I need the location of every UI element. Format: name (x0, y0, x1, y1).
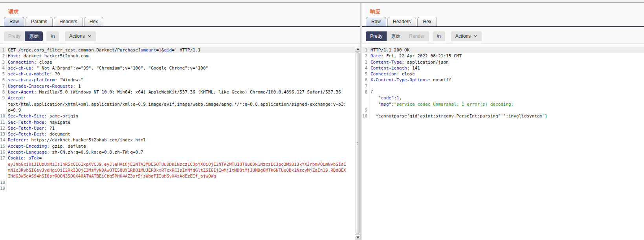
code-text: "code":1, (369, 95, 402, 101)
response-tab-raw[interactable]: Raw (366, 17, 386, 26)
line-number: 11 (0, 119, 7, 125)
line-number: 2 (0, 53, 7, 59)
code-text (7, 180, 8, 185)
code-text: Cookie: sTok= (7, 155, 42, 161)
response-tab-headers[interactable]: Headers (387, 17, 416, 26)
arrow-up-icon (356, 48, 360, 50)
request-tab-params[interactable]: Params (26, 17, 53, 26)
scrollbar-thumb[interactable] (356, 52, 360, 234)
response-原始-button[interactable]: 原始 (387, 31, 405, 41)
code-row: 8{ (362, 89, 644, 95)
code-text: IHdG3W5oAS94hSI8srROON35DGX40ATWATBEiCbq… (7, 173, 216, 179)
request-tabbar: RawParamsHeadersHex (0, 17, 360, 27)
code-text: { (369, 89, 373, 95)
line-number: 15 (0, 143, 7, 149)
line-number: 6 (362, 77, 369, 83)
request-原始-button[interactable]: 原始 (25, 31, 43, 41)
code-text: Sec-Fetch-Site: same-origin (7, 113, 78, 119)
request-panel-title: 请求 (8, 8, 360, 14)
code-row: 10Sec-Fetch-Site: same-origin (0, 113, 360, 119)
line-number: 7 (362, 83, 369, 89)
line-number: 6 (0, 77, 7, 83)
code-text: Accept-Encoding: gzip, deflate (7, 143, 86, 149)
code-row: 13Sec-Fetch-Dest: document (0, 131, 360, 137)
response-editor[interactable]: 1HTTP/1.1 200 OK2Date: Fri, 22 Apr 2022 … (362, 46, 644, 240)
code-row: 4sec-ch-ua: " Not A;Brand";v="99", "Chro… (0, 65, 360, 71)
line-number: 8 (362, 89, 369, 95)
line-number: 2 (362, 53, 369, 59)
line-number (0, 167, 7, 173)
code-row: 6sec-ch-ua-platform: "Windows" (0, 77, 360, 83)
code-text: Accept-Language: zh-CN,zh;q=0.9,ko;q=0.8… (7, 149, 143, 155)
line-number (0, 101, 7, 107)
code-row: 4Content-Length: 141 (362, 65, 644, 71)
request-actions-button[interactable]: Actions (65, 31, 95, 41)
request-view-mode-group: Pretty原始 (4, 31, 43, 41)
chevron-down-icon (474, 34, 477, 37)
code-text: Referer: https://darknet.hacker5t2ohub.c… (7, 137, 146, 143)
code-text: sec-ch-ua: " Not A;Brand";v="99", "Chrom… (7, 65, 208, 71)
code-row: 5sec-ch-ua-mobile: ?0 (0, 71, 360, 77)
line-number: 14 (0, 137, 7, 143)
response-tab-hex[interactable]: Hex (417, 17, 437, 26)
code-row: 11Sec-Fetch-Mode: navigate (0, 119, 360, 125)
request-show-newlines-button[interactable]: \n (46, 31, 59, 41)
code-text: text/html,application/xhtml+xml,applicat… (7, 101, 346, 107)
code-row: 7Upgrade-Insecure-Requests: 1 (0, 83, 360, 89)
request-editor[interactable]: 1GET /trpc.cors_filter_test.common.Darkn… (0, 46, 360, 240)
code-row: 1HTTP/1.1 200 OK (362, 47, 644, 53)
code-row: 1GET /trpc.cors_filter_test.common.Darkn… (0, 47, 360, 53)
line-number: 12 (0, 125, 7, 131)
response-show-newlines-button[interactable]: \n (433, 31, 445, 41)
code-row: 2Host: darknet.hacker5t2ohub.com (0, 53, 360, 59)
code-row: IHdG3W5oAS94hSI8srROON35DGX40ATWATBEiCbq… (0, 173, 360, 179)
code-text: Upgrade-Insecure-Requests: 1 (7, 83, 81, 89)
scroll-down-button[interactable] (355, 235, 360, 240)
code-row: q=0.9 (0, 107, 360, 113)
code-row: 14Referer: https://darknet.hacker5t2ohub… (0, 137, 360, 143)
request-toolbar: Pretty原始\nActions (0, 27, 360, 44)
line-number (0, 161, 7, 167)
code-row: 7 (362, 83, 644, 89)
line-number: 10 (0, 113, 7, 119)
response-pretty-button[interactable]: Pretty (366, 31, 387, 41)
line-number: 10 (362, 113, 369, 119)
code-text: "msg":"service codec Unmarshal: 1 error(… (369, 101, 514, 107)
code-row: 18 (0, 180, 360, 185)
code-row: 16Accept-Language: zh-CN,zh;q=0.9,ko;q=0… (0, 149, 360, 155)
code-row: 9 (362, 107, 644, 113)
code-row: 8User-Agent: Mozilla/5.0 (Windows NT 10.… (0, 89, 360, 95)
request-tab-hex[interactable]: Hex (84, 17, 103, 26)
response-toolbar: Pretty原始Render\nActions (362, 27, 644, 44)
code-row: "code":1, (362, 95, 644, 101)
code-row: 12Sec-Fetch-User: ?1 (0, 125, 360, 131)
response-render-button[interactable]: Render (405, 31, 429, 41)
line-number: 4 (0, 65, 7, 71)
response-actions-button[interactable]: Actions (451, 31, 482, 41)
request-tab-raw[interactable]: Raw (4, 17, 24, 26)
code-row: "msg":"service codec Unmarshal: 1 error(… (362, 101, 644, 107)
line-number: 9 (362, 107, 369, 113)
code-row: 5Connection: close (362, 71, 644, 77)
line-number (362, 101, 369, 107)
code-text: Sec-Fetch-User: ?1 (7, 125, 55, 131)
line-number: 3 (0, 59, 7, 65)
code-text: Host: darknet.hacker5t2ohub.com (7, 53, 88, 59)
line-number (0, 173, 7, 179)
request-pretty-button[interactable]: Pretty (4, 31, 25, 41)
line-number: 13 (0, 131, 7, 137)
line-number: 8 (0, 89, 7, 95)
code-row: 2Date: Fri, 22 Apr 2022 08:21:15 GMT (362, 53, 644, 59)
line-number: 5 (0, 71, 7, 77)
request-vertical-scrollbar[interactable] (355, 46, 360, 240)
code-text: HTTP/1.1 200 OK (369, 47, 409, 53)
line-number (0, 107, 7, 113)
code-row: 3Connection: close (0, 59, 360, 65)
scroll-up-button[interactable] (355, 46, 360, 52)
request-tab-headers[interactable]: Headers (54, 17, 83, 26)
line-number: 17 (0, 155, 7, 161)
code-text (369, 107, 371, 113)
response-panel: 响应 RawHeadersHex Pretty原始Render\nActions… (362, 3, 644, 240)
code-text: GET /trpc.cors_filter_test.common.Darkne… (7, 47, 200, 53)
code-text: X-Content-Type-Options: nosniff (369, 77, 451, 83)
